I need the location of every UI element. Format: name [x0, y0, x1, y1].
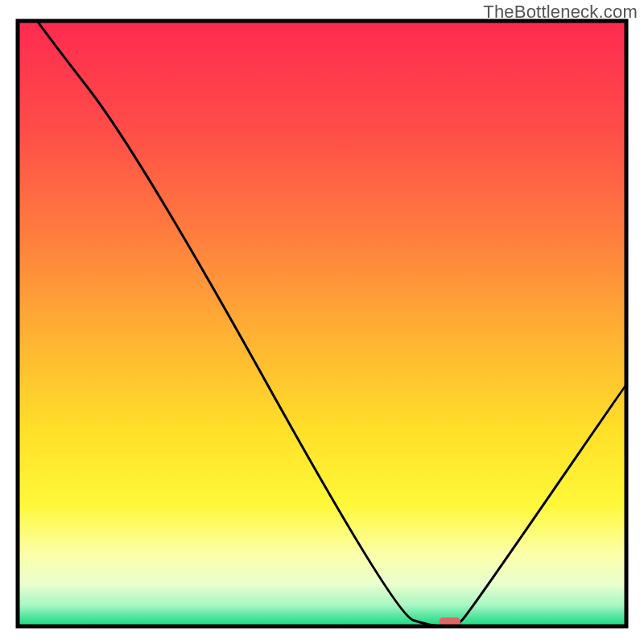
- watermark-text: TheBottleneck.com: [483, 2, 638, 23]
- chart-container: TheBottleneck.com: [0, 0, 644, 644]
- gradient-background: [18, 21, 626, 626]
- plot-area: [18, 0, 626, 626]
- optimal-marker: [440, 617, 460, 625]
- bottleneck-chart: [0, 0, 644, 644]
